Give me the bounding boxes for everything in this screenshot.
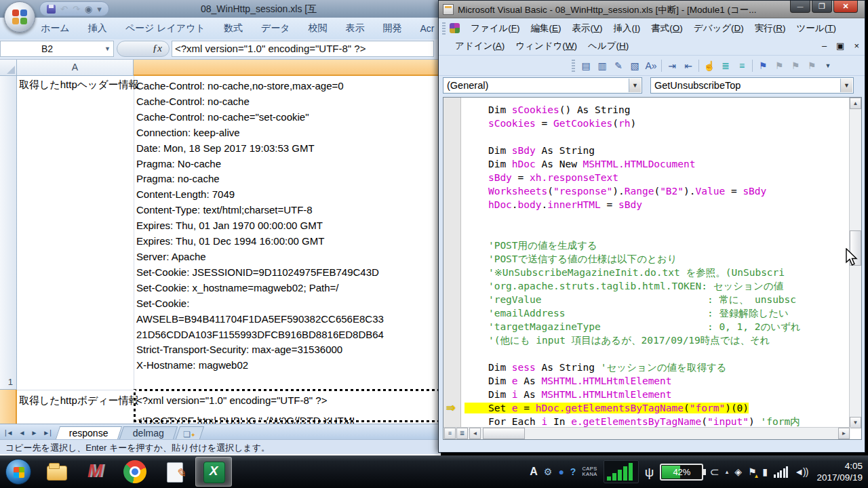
combo-dropdown-icon[interactable]: ▼ <box>629 79 641 92</box>
previous-bookmark-icon[interactable]: ⚑ <box>787 58 804 73</box>
dropbox-icon[interactable]: ◈ <box>734 467 742 476</box>
network-icon[interactable] <box>774 466 788 478</box>
ribbon-tab-8[interactable]: Acr <box>420 23 435 34</box>
save-icon[interactable] <box>47 5 56 14</box>
cell-a1[interactable]: 取得したhttpヘッダー情報 <box>19 79 139 92</box>
menu-D[interactable]: デバッグ(D) <box>688 20 749 37</box>
excel-taskbar-button[interactable] <box>195 457 232 487</box>
menu-O[interactable]: 書式(O) <box>646 20 688 37</box>
toggle-breakpoint-icon[interactable]: ☝ <box>701 58 717 73</box>
code-line[interactable]: 'emailAddress : 登録解除したい <box>462 306 850 320</box>
row-header-2[interactable] <box>0 390 17 424</box>
code-line[interactable]: 'POST用の値を生成する <box>462 239 850 252</box>
indent-icon[interactable]: ⇥ <box>664 58 680 73</box>
clock[interactable]: 4:05 2017/09/19 <box>814 460 863 483</box>
quick-info-icon[interactable]: ✎ <box>610 58 627 73</box>
code-line[interactable]: 'POSTで送信する値の仕様は以下のとおり <box>462 252 850 266</box>
mdi-close-icon[interactable]: × <box>854 40 859 52</box>
media-taskbar-button[interactable] <box>77 457 114 487</box>
menu-T[interactable]: ツール(T) <box>791 20 842 37</box>
formula-bar[interactable]: <?xml version="1.0" encoding="UTF-8" ?> <box>172 41 434 57</box>
restore-button[interactable] <box>812 1 832 13</box>
code-line[interactable]: Set e = hDoc.getElementsByTagName("form"… <box>462 401 850 415</box>
comment-block-icon[interactable]: ≣ <box>717 58 734 73</box>
plug-icon[interactable]: ⊂ <box>709 466 719 478</box>
code-line[interactable]: '(他にも input 項目はあるが、2017/09/19時点では、それ <box>462 333 850 347</box>
code-line[interactable]: hDoc.body.innerHTML = sBdy <box>462 198 850 211</box>
antenna-icon[interactable]: ψ <box>645 466 654 479</box>
ribbon-tab-1[interactable]: 挿入 <box>88 22 107 35</box>
uncomment-block-icon[interactable]: ≡ <box>734 58 750 73</box>
menu-F[interactable]: ファイル(F) <box>465 20 526 37</box>
object-combo[interactable]: (General) ▼ <box>443 77 642 94</box>
cell-a2[interactable]: 取得したhttpボディー情報 <box>19 394 139 407</box>
code-line[interactable]: 'targetMagazineType : 0, 1, 2のいずれ <box>462 320 850 333</box>
toolbar-options-icon[interactable]: ▼ <box>820 58 836 73</box>
indicator-margin[interactable]: ⇒ <box>443 98 461 428</box>
combo-dropdown-icon[interactable]: ▼ <box>840 79 852 92</box>
scroll-up-icon[interactable]: ▲ <box>850 98 861 109</box>
ribbon-tab-6[interactable]: 表示 <box>346 22 365 35</box>
sheet-nav-icon-3[interactable]: ►| <box>41 428 54 437</box>
horizontal-scrollbar[interactable]: ≡ ≣ ◄ ► <box>443 427 850 439</box>
scroll-right-icon[interactable]: ► <box>838 428 850 439</box>
cell-b1[interactable]: Cache-Control: no-cache,no-store,max-age… <box>136 79 441 373</box>
insert-function-button[interactable]: ƒx <box>117 41 170 57</box>
procedure-combo[interactable]: GetUnsubscribeTop ▼ <box>650 77 854 94</box>
code-line[interactable]: Dim i As MSHTML.HTMLHtmlElement <box>462 388 850 401</box>
name-box[interactable]: B2 ▼ <box>0 41 114 57</box>
start-button[interactable] <box>1 457 35 487</box>
next-bookmark-icon[interactable]: ⚑ <box>771 58 787 73</box>
procedure-view-icon[interactable]: ≡ <box>444 428 456 439</box>
action-center-icon[interactable]: ⚑ ▲ <box>748 466 757 478</box>
ribbon-tab-0[interactable]: ホーム <box>41 22 70 35</box>
menu-H[interactable]: ヘルプ(H) <box>583 38 634 54</box>
editor-taskbar-button[interactable] <box>156 457 193 487</box>
parameter-info-icon[interactable]: ▧ <box>627 58 643 73</box>
code-line[interactable] <box>462 347 850 361</box>
code-line[interactable]: Worksheets("response").Range("B2").Value… <box>462 184 850 198</box>
volume-icon[interactable]: ◄)) <box>794 467 808 476</box>
signal-meter-gadget[interactable] <box>604 460 639 483</box>
sheet-nav-icon-0[interactable]: |◄ <box>3 428 16 437</box>
qat-customize-icon[interactable]: ▾ <box>97 5 102 14</box>
battery-gadget[interactable]: 42% <box>660 464 703 481</box>
code-line[interactable]: Dim sCookies() As String <box>462 103 850 117</box>
ime-caps-kana-indicator[interactable]: CAPSKANA <box>582 466 597 477</box>
sheet-nav-icon-2[interactable]: ► <box>28 428 39 437</box>
ribbon-tab-4[interactable]: データ <box>261 22 290 35</box>
menu-I[interactable]: 挿入(I) <box>608 20 646 37</box>
column-header-a[interactable]: A <box>17 60 134 76</box>
code-line[interactable]: Dim sBdy As String <box>462 144 850 157</box>
complete-word-icon[interactable]: A» <box>643 58 659 73</box>
mdi-restore-icon[interactable]: ▣ <box>836 40 844 52</box>
menu-R[interactable]: 実行(R) <box>749 20 791 37</box>
camera-icon[interactable]: ◉ <box>85 5 92 14</box>
ribbon-tab-7[interactable]: 開発 <box>383 22 402 35</box>
outdent-icon[interactable]: ⇤ <box>680 58 696 73</box>
ime-tools-icon[interactable]: ⚙ <box>544 467 553 476</box>
code-line[interactable]: For Each i In e.getElementsByTagName("in… <box>462 415 850 428</box>
ime-mode-icon[interactable]: A <box>530 466 538 478</box>
menu-E[interactable]: 編集(E) <box>526 20 567 37</box>
scroll-left-icon[interactable]: ◄ <box>469 428 481 439</box>
sheet-tab-delmag[interactable]: delmag <box>119 426 178 439</box>
vbe-titlebar[interactable]: Microsoft Visual Basic - 08_WinHttp_sess… <box>439 1 865 18</box>
code-line[interactable]: sBdy = xh.responseText <box>462 171 850 184</box>
toolbar-grip[interactable] <box>442 22 446 35</box>
menu-A[interactable]: アドイン(A) <box>450 38 510 54</box>
menu-V[interactable]: 表示(V) <box>567 20 608 37</box>
minimize-button[interactable] <box>790 1 810 13</box>
code-line[interactable]: 'org.apache.struts.taglib.html.TOKEN: セッ… <box>462 279 850 293</box>
list-constants-icon[interactable]: ▥ <box>594 58 610 73</box>
menu-W[interactable]: ウィンドウ(W) <box>510 38 583 54</box>
ribbon-tab-2[interactable]: ページ レイアウト <box>125 22 205 35</box>
code-line[interactable]: Dim sess As String 'セッションの値を取得する <box>462 361 850 374</box>
ime-pad-icon[interactable]: ● <box>558 467 564 476</box>
code-line[interactable]: 'regValue : 常に、 unsubsc <box>462 293 850 306</box>
ribbon-tab-3[interactable]: 数式 <box>224 22 243 35</box>
explorer-taskbar-button[interactable] <box>38 457 75 487</box>
redo-icon[interactable]: ↷ <box>73 5 80 14</box>
code-editor[interactable]: Dim sCookies() As String sCookies = GetC… <box>462 98 850 428</box>
code-line[interactable] <box>462 225 850 239</box>
